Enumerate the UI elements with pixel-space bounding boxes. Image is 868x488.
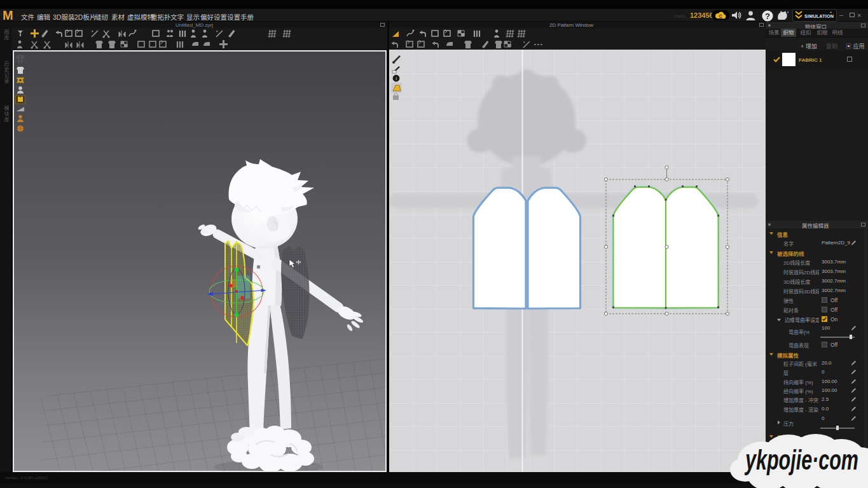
svg-text:?: ? xyxy=(765,11,770,21)
svg-text:C: C xyxy=(719,14,722,18)
svg-text:i: i xyxy=(396,76,397,81)
svg-text:ykpojie·com: ykpojie·com xyxy=(745,444,858,475)
svg-text:+: + xyxy=(787,10,789,15)
